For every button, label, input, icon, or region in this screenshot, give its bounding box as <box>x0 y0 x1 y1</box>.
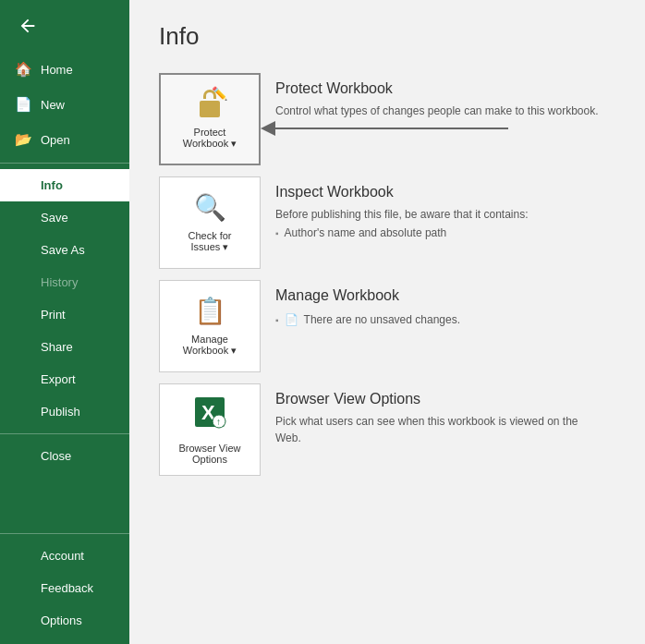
sidebar-label-feedback: Feedback <box>41 581 93 595</box>
sidebar-label-save-as: Save As <box>41 243 85 257</box>
sidebar-label-options: Options <box>41 614 82 627</box>
sidebar-label-open: Open <box>41 133 70 147</box>
sidebar-item-new[interactable]: 📄 New <box>0 87 129 122</box>
sidebar-item-account[interactable]: Account <box>0 540 129 572</box>
manage-icon-label: ManageWorkbook ▾ <box>183 334 237 357</box>
sidebar-item-share[interactable]: Share <box>0 331 129 363</box>
main-content: Info ✏️ ProtectWorkbook ▾ <box>129 0 645 644</box>
protect-workbook-text: Protect Workbook Control what types of c… <box>261 73 614 127</box>
sidebar-item-options[interactable]: Options <box>0 604 129 637</box>
browser-view-options-card: X ↑ Browser ViewOptions Browser View Opt… <box>159 383 615 476</box>
page-title: Info <box>159 22 615 51</box>
sidebar-label-publish: Publish <box>41 405 80 419</box>
inspect-icon: 🔍 <box>194 192 226 223</box>
sidebar-item-feedback[interactable]: Feedback <box>0 572 129 604</box>
sidebar-nav: 🏠 Home 📄 New 📂 Open Info Save Save As Hi… <box>0 52 129 528</box>
back-icon <box>18 16 38 36</box>
manage-workbook-button[interactable]: 📋 ManageWorkbook ▾ <box>159 280 261 372</box>
manage-icon: 📋 <box>194 296 226 326</box>
sidebar-label-share: Share <box>41 340 73 354</box>
manage-workbook-card: 📋 ManageWorkbook ▾ Manage Workbook 📄 The… <box>159 280 615 372</box>
sidebar-item-export[interactable]: Export <box>0 363 129 395</box>
protect-workbook-icon-label: ProtectWorkbook ▾ <box>183 127 237 150</box>
protect-workbook-desc: Control what types of changes people can… <box>275 103 599 119</box>
inspect-workbook-title: Inspect Workbook <box>275 184 529 200</box>
sidebar: 🏠 Home 📄 New 📂 Open Info Save Save As Hi… <box>0 0 129 644</box>
sidebar-item-save[interactable]: Save <box>0 201 129 234</box>
new-icon: 📄 <box>15 96 31 113</box>
sidebar-label-history: History <box>41 275 78 289</box>
info-section: ✏️ ProtectWorkbook ▾ Protect Workbook Co… <box>159 73 615 476</box>
manage-workbook-list: 📄 There are no unsaved changes. <box>275 313 460 326</box>
inspect-workbook-text: Inspect Workbook Before publishing this … <box>261 176 543 247</box>
sidebar-label-account: Account <box>41 549 84 563</box>
inspect-list-item-1: Author's name and absolute path <box>275 226 529 239</box>
browser-view-icon-label: Browser ViewOptions <box>178 443 240 465</box>
sidebar-divider-1 <box>0 163 129 164</box>
manage-list-item-1: 📄 There are no unsaved changes. <box>275 313 460 326</box>
sidebar-label-print: Print <box>41 308 66 322</box>
home-icon: 🏠 <box>15 61 31 78</box>
browser-view-options-text: Browser View Options Pick what users can… <box>261 383 615 454</box>
svg-text:↑: ↑ <box>216 417 221 427</box>
sidebar-bottom: Account Feedback Options <box>0 528 129 644</box>
browser-view-options-desc: Pick what users can see when this workbo… <box>275 413 601 446</box>
sidebar-divider-2 <box>0 433 129 434</box>
pencil-icon: ✏️ <box>212 86 227 101</box>
sidebar-label-export: Export <box>41 372 76 386</box>
back-button[interactable] <box>9 7 46 44</box>
inspect-workbook-desc: Before publishing this file, be aware th… <box>275 206 529 223</box>
protect-workbook-title: Protect Workbook <box>275 80 599 97</box>
inspect-workbook-button[interactable]: 🔍 Check forIssues ▾ <box>159 176 261 269</box>
open-icon: 📂 <box>15 131 31 148</box>
sidebar-item-open[interactable]: 📂 Open <box>0 122 129 157</box>
document-icon: 📄 <box>285 313 298 326</box>
manage-workbook-text: Manage Workbook 📄 There are no unsaved c… <box>261 280 475 334</box>
protect-workbook-button[interactable]: ✏️ ProtectWorkbook ▾ <box>159 73 261 165</box>
manage-workbook-title: Manage Workbook <box>275 287 460 304</box>
sidebar-label-save: Save <box>41 211 68 225</box>
inspect-workbook-list: Author's name and absolute path <box>275 226 529 239</box>
inspect-icon-label: Check forIssues ▾ <box>188 230 231 253</box>
lock-body <box>200 101 220 117</box>
sidebar-divider-3 <box>0 533 129 534</box>
sidebar-item-publish[interactable]: Publish <box>0 395 129 428</box>
sidebar-item-home[interactable]: 🏠 Home <box>0 52 129 87</box>
browser-view-options-button[interactable]: X ↑ Browser ViewOptions <box>159 383 261 476</box>
sidebar-label-home: Home <box>41 63 73 77</box>
manage-list-text: There are no unsaved changes. <box>304 313 460 326</box>
sidebar-item-info[interactable]: Info <box>0 169 129 201</box>
sidebar-label-new: New <box>41 98 65 112</box>
browser-excel-icon: X ↑ <box>193 395 226 429</box>
sidebar-item-history: History <box>0 266 129 298</box>
sidebar-item-close[interactable]: Close <box>0 440 129 472</box>
sidebar-item-save-as[interactable]: Save As <box>0 234 129 266</box>
lock-icon: ✏️ <box>200 90 220 117</box>
browser-view-options-title: Browser View Options <box>275 391 601 407</box>
browser-view-icon: X ↑ <box>193 395 226 435</box>
sidebar-label-close: Close <box>41 449 71 463</box>
sidebar-label-info: Info <box>41 178 63 192</box>
sidebar-item-print[interactable]: Print <box>0 298 129 331</box>
inspect-workbook-card: 🔍 Check forIssues ▾ Inspect Workbook Bef… <box>159 176 615 269</box>
protect-workbook-card: ✏️ ProtectWorkbook ▾ Protect Workbook Co… <box>159 73 615 165</box>
